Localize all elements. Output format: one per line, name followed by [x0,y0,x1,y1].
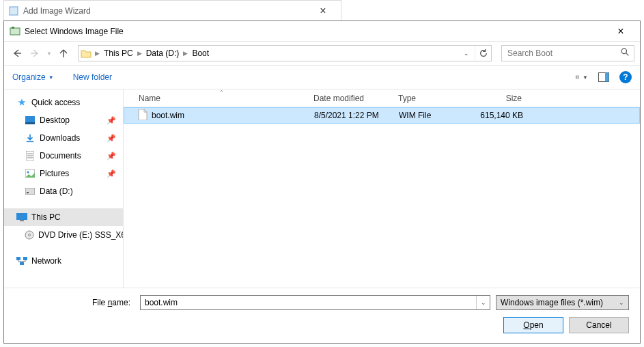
column-label: Type [398,94,416,103]
svg-rect-15 [27,141,34,142]
network-icon [16,255,27,266]
sidebar-label: DVD Drive (E:) SSS_X6 [38,230,123,240]
parent-window-titlebar: Add Image Wizard × [3,0,341,20]
search-box[interactable] [501,45,634,61]
column-size[interactable]: Size [466,89,532,107]
svg-rect-8 [577,76,578,77]
sidebar-label: Data (D:) [40,186,73,196]
svg-rect-28 [16,257,20,260]
file-icon [138,109,148,122]
sidebar-label: Network [31,256,61,266]
sidebar-desktop[interactable]: Desktop 📌 [4,111,123,129]
breadcrumb-item[interactable]: Data (D:) [143,46,182,61]
pc-icon [16,212,27,223]
sidebar-data-d[interactable]: Data (D:) [4,182,123,200]
column-label: Size [506,94,522,103]
svg-rect-23 [27,192,29,193]
chevron-right-icon[interactable]: ▶ [182,50,189,57]
column-date[interactable]: Date modified [307,89,391,107]
dialog-close-button[interactable]: × [607,26,634,37]
sidebar-quick-access[interactable]: Quick access [4,94,123,111]
nav-back-button[interactable] [10,46,25,61]
breadcrumb-dropdown[interactable]: ⌄ [458,46,475,61]
chevron-down-icon: ▼ [583,74,588,81]
organize-button[interactable]: Organize ▼ [12,72,54,82]
sidebar-label: Documents [40,151,81,161]
disc-icon [25,230,34,240]
preview-pane-button[interactable] [598,71,610,83]
dialog-footer: File name: ⌄ Windows image files (*.wim)… [4,288,640,343]
sidebar-pictures[interactable]: Pictures 📌 [4,165,123,182]
parent-window-title: Add Image Wizard [23,6,91,16]
nav-up-button[interactable] [56,46,71,61]
svg-rect-12 [605,73,609,82]
sidebar-documents[interactable]: Documents 📌 [4,147,123,165]
organize-label: Organize [12,72,46,82]
pin-icon: 📌 [107,169,116,178]
file-size: 615,140 KB [480,111,523,120]
chevron-right-icon[interactable]: ▶ [136,50,143,57]
svg-rect-1 [10,28,20,35]
file-row[interactable]: boot.wim 8/5/2021 1:22 PM WIM File 615,1… [124,107,640,124]
filename-dropdown-button[interactable]: ⌄ [476,296,490,309]
open-button[interactable]: Open [503,317,563,333]
chevron-right-icon[interactable]: ▶ [94,50,101,57]
new-folder-label: New folder [73,72,112,82]
svg-point-27 [29,234,31,236]
sidebar-this-pc[interactable]: This PC [4,208,123,226]
sidebar-downloads[interactable]: Downloads 📌 [4,129,123,147]
refresh-button[interactable] [475,46,491,61]
filename-input[interactable] [141,298,476,307]
star-icon [16,97,27,108]
file-list-pane: Name ⌃ Date modified Type Size boot.wim … [124,89,640,288]
search-input[interactable] [506,48,621,59]
sidebar-label: Quick access [31,98,80,107]
filename-combobox[interactable]: ⌄ [140,295,490,310]
dialog-title: Select Windows Image File [25,27,124,36]
breadcrumb-item[interactable]: Boot [189,46,212,61]
sidebar-label: Pictures [40,169,69,178]
new-folder-button[interactable]: New folder [73,72,112,82]
sidebar-dvd-drive[interactable]: DVD Drive (E:) SSS_X6 [4,226,123,244]
chevron-down-icon: ⌄ [619,299,624,306]
column-type[interactable]: Type [391,89,466,107]
svg-rect-10 [577,79,578,79]
svg-rect-7 [576,79,577,79]
sort-indicator-icon: ⌃ [219,89,224,96]
dialog-titlebar: Select Windows Image File × [4,21,640,42]
folder-icon [79,48,94,59]
svg-rect-9 [577,77,578,78]
breadcrumb-bar[interactable]: ▶ This PC ▶ Data (D:) ▶ Boot ⌄ [78,45,492,61]
navigation-row: ▼ ▶ This PC ▶ Data (D:) ▶ Boot ⌄ [4,42,640,65]
view-options-button[interactable]: ▼ [576,71,588,83]
column-name[interactable]: Name [124,89,307,107]
download-icon [25,133,36,143]
button-label: Open [523,320,543,330]
svg-rect-25 [20,220,24,221]
cancel-button[interactable]: Cancel [569,317,629,333]
file-type: WIM File [399,111,431,120]
toolbar: Organize ▼ New folder ▼ ? [4,65,640,89]
column-label: Name [139,94,160,103]
sidebar-network[interactable]: Network [4,252,123,270]
help-button[interactable]: ? [619,71,632,83]
nav-recent-dropdown[interactable]: ▼ [45,46,53,61]
nav-forward-button [27,46,42,61]
sidebar-label: Desktop [40,115,70,125]
svg-rect-0 [10,7,18,15]
svg-rect-14 [25,122,35,124]
parent-close-button[interactable]: × [309,5,337,16]
svg-rect-13 [25,116,35,122]
search-icon[interactable] [621,48,630,59]
file-type-filter[interactable]: Windows image files (*.wim) ⌄ [496,295,629,310]
button-label: Cancel [586,320,611,330]
breadcrumb-item[interactable]: This PC [101,46,136,61]
pin-icon: 📌 [107,134,116,143]
dialog-icon [10,26,20,37]
svg-rect-24 [16,213,27,220]
navigation-sidebar: Quick access Desktop 📌 Downloads 📌 Docum… [4,89,124,288]
file-date: 8/5/2021 1:22 PM [314,111,379,120]
pin-icon: 📌 [107,116,116,125]
svg-line-4 [626,53,628,55]
file-name: boot.wim [152,111,184,120]
